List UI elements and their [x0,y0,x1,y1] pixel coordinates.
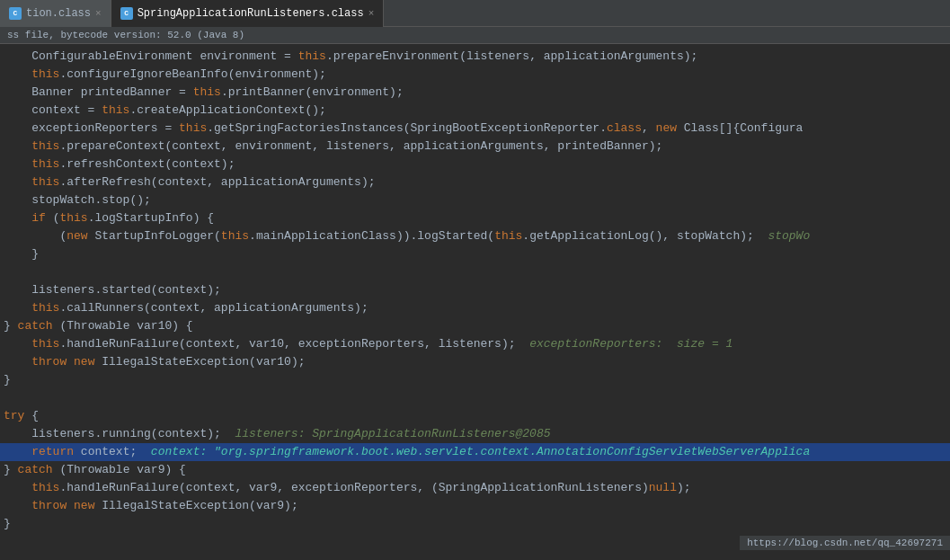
line-content: this.afterRefresh(context, applicationAr… [0,173,950,191]
line-content: } catch (Throwable var10) { [0,317,950,335]
code-line: } catch (Throwable var10) { [0,317,950,335]
tab-icon-1: C [9,7,22,20]
status-bar-text: https://blog.csdn.net/qq_42697271 [747,538,943,548]
line-content: context = this.createApplicationContext(… [0,102,950,120]
line-content: throw new IllegalStateException(var10); [0,353,950,371]
code-line [0,263,950,281]
tab-close-2[interactable]: × [368,8,375,19]
line-content: return context; context: "org.springfram… [0,443,950,461]
code-line: this.configureIgnoreBeanInfo(environment… [0,66,950,84]
code-container: ConfigurableEnvironment environment = th… [0,44,950,550]
line-content: } [0,515,950,533]
line-content: this.refreshContext(context); [0,156,950,173]
code-line: } [0,245,950,263]
code-line: listeners.running(context); listeners: S… [0,425,950,443]
status-bar: https://blog.csdn.net/qq_42697271 [740,536,950,550]
code-line: if (this.logStartupInfo) { [0,209,950,227]
code-line-highlighted: return context; context: "org.springfram… [0,443,950,461]
code-line: throw new IllegalStateException(var10); [0,353,950,371]
line-content: (new StartupInfoLogger(this.mainApplicat… [0,227,950,245]
line-content: this.configureIgnoreBeanInfo(environment… [0,66,950,84]
line-content: listeners.started(context); [0,281,950,299]
line-content: this.callRunners(context, applicationArg… [0,299,950,317]
code-line: this.handleRunFailure(context, var9, exc… [0,479,950,497]
line-content: this.handleRunFailure(context, var9, exc… [0,479,950,497]
code-line: this.callRunners(context, applicationArg… [0,299,950,317]
code-line: context = this.createApplicationContext(… [0,102,950,120]
code-line: this.prepareContext(context, environment… [0,138,950,156]
tab-close-1[interactable]: × [95,8,102,19]
line-content: Banner printedBanner = this.printBanner(… [0,84,950,102]
tab-spring-run-listeners[interactable]: C SpringApplicationRunListeners.class × [111,0,385,27]
info-bar: ss file, bytecode version: 52.0 (Java 8) [0,27,950,44]
code-line: throw new IllegalStateException(var9); [0,497,950,515]
line-content [0,389,950,407]
tab-bar: C tion.class × C SpringApplicationRunLis… [0,0,950,27]
line-content: listeners.running(context); listeners: S… [0,425,950,443]
line-content: stopWatch.stop(); [0,191,950,209]
line-content: try { [0,407,950,425]
code-line: (new StartupInfoLogger(this.mainApplicat… [0,227,950,245]
code-line: this.refreshContext(context); [0,156,950,173]
code-line: } catch (Throwable var9) { [0,461,950,479]
tab-tion-class[interactable]: C tion.class × [0,0,111,27]
code-line: this.afterRefresh(context, applicationAr… [0,173,950,191]
line-content [0,263,950,281]
code-line: Banner printedBanner = this.printBanner(… [0,84,950,102]
code-line: this.handleRunFailure(context, var10, ex… [0,335,950,353]
code-line: exceptionReporters = this.getSpringFacto… [0,120,950,138]
code-line: stopWatch.stop(); [0,191,950,209]
line-content: } [0,371,950,389]
line-content: exceptionReporters = this.getSpringFacto… [0,120,950,138]
code-line: listeners.started(context); [0,281,950,299]
line-content: if (this.logStartupInfo) { [0,209,950,227]
line-content: this.handleRunFailure(context, var10, ex… [0,335,950,353]
line-content: } [0,245,950,263]
code-line [0,389,950,407]
line-content: ConfigurableEnvironment environment = th… [0,48,950,66]
code-line: } [0,371,950,389]
tab-icon-2: C [120,7,133,20]
code-line: try { [0,407,950,425]
tab-label-1: tion.class [26,7,91,20]
line-content: throw new IllegalStateException(var9); [0,497,950,515]
line-content: this.prepareContext(context, environment… [0,138,950,156]
line-content: } catch (Throwable var9) { [0,461,950,479]
code-lines: ConfigurableEnvironment environment = th… [0,44,950,537]
code-line: ConfigurableEnvironment environment = th… [0,48,950,66]
info-bar-text: ss file, bytecode version: 52.0 (Java 8) [7,30,244,40]
code-line: } [0,515,950,533]
tab-label-2: SpringApplicationRunListeners.class [138,7,364,20]
